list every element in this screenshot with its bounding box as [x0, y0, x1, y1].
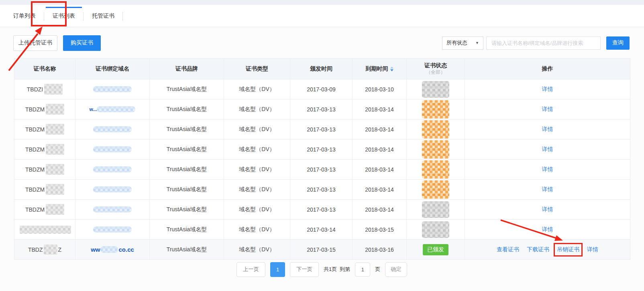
detail-link[interactable]: 详情 — [542, 86, 553, 93]
type-text: 域名型（DV） — [239, 206, 275, 213]
cert-name-cell — [14, 220, 75, 239]
issued-date-text: 2017-03-13 — [307, 186, 336, 193]
type-text: 域名型（DV） — [239, 126, 275, 133]
tab-label: 订单列表 — [13, 12, 36, 20]
detail-link[interactable]: 详情 — [542, 146, 553, 153]
type-cell: 域名型（DV） — [224, 220, 290, 239]
status-filter-all[interactable]: （全部） — [426, 69, 445, 75]
redacted-name-block — [46, 144, 64, 155]
search-input[interactable] — [486, 36, 601, 50]
domain-cell[interactable]: wwco.cc — [75, 240, 150, 259]
pagination: 上一页 1 下一页 共1页 到第 页 确定 — [14, 261, 630, 277]
tab-certificate-list[interactable]: 证书列表 — [44, 5, 84, 27]
type-cell: 域名型（DV） — [224, 240, 290, 259]
detail-link[interactable]: 详情 — [542, 226, 553, 233]
cert-name-cell: TBDZM — [14, 160, 75, 179]
goto-page-label: 到第 — [340, 266, 350, 273]
expiry-date-cell: 2018-03-16 — [353, 240, 407, 259]
status-redacted-block — [422, 140, 449, 159]
issued-date-cell: 2017-03-13 — [290, 139, 353, 159]
cert-name-text-suffix: Z — [58, 247, 62, 253]
detail-link[interactable]: 详情 — [542, 126, 553, 133]
view-cert-link[interactable]: 查看证书 — [497, 246, 519, 253]
detail-link[interactable]: 详情 — [542, 206, 553, 213]
table-row: TBDZM TrustAsia域名型 域名型（DV） 2017-03-13 20… — [14, 200, 630, 220]
detail-link[interactable]: 详情 — [542, 186, 553, 193]
type-cell: 域名型（DV） — [224, 180, 290, 199]
page-number-active[interactable]: 1 — [270, 262, 285, 277]
cert-name-text: TBDZM — [25, 186, 45, 193]
status-cell: 已颁发 — [407, 240, 465, 259]
upload-hosted-cert-button[interactable]: 上传托管证书 — [13, 35, 57, 51]
operations-cell: 详情 — [465, 139, 630, 159]
next-page-button[interactable]: 下一页 — [290, 262, 319, 277]
expiry-date-text: 2018-03-14 — [365, 186, 394, 193]
issued-date-text: 2017-03-13 — [307, 126, 336, 133]
operations-cell: 详情 — [465, 79, 630, 99]
brand-cell: TrustAsia域名型 — [150, 99, 224, 119]
cert-name-text: TBDZM — [25, 166, 45, 173]
header-issue-date: 颁发时间 — [290, 59, 353, 79]
prev-page-button[interactable]: 上一页 — [236, 262, 265, 277]
detail-link[interactable]: 详情 — [542, 166, 553, 173]
domain-text-suffix: co.cc — [118, 246, 134, 253]
domain-cell — [75, 180, 150, 199]
status-redacted-block — [422, 81, 449, 98]
tab-divider — [122, 12, 123, 21]
total-pages-text: 共1页 — [324, 266, 337, 273]
top-strip — [0, 0, 644, 5]
type-text: 域名型（DV） — [239, 146, 275, 153]
buy-cert-button[interactable]: 购买证书 — [63, 35, 101, 51]
status-cell — [407, 200, 465, 219]
sort-icon[interactable] — [390, 67, 393, 71]
redacted-domain-block — [93, 86, 132, 92]
header-cert-status: 证书状态 （全部） — [407, 59, 465, 79]
cert-name-cell: TBDZI — [14, 79, 75, 99]
redacted-domain-block — [93, 226, 132, 232]
table-row: TBDZM TrustAsia域名型 域名型（DV） 2017-03-13 20… — [14, 160, 630, 180]
cert-name-text: TBDZM — [25, 126, 45, 133]
brand-cell: TrustAsia域名型 — [150, 220, 224, 239]
brand-text: TrustAsia域名型 — [167, 186, 207, 193]
issued-date-text: 2017-03-13 — [307, 146, 336, 153]
tab-hosted-certificates[interactable]: 托管证书 — [84, 5, 123, 27]
download-cert-link[interactable]: 下载证书 — [527, 246, 549, 253]
search-button[interactable]: 查询 — [606, 36, 630, 50]
domain-text: w... — [90, 107, 97, 112]
table-row: TBDZZ wwco.cc TrustAsia域名型 域名型（DV） 2017-… — [14, 240, 630, 259]
cert-name-cell: TBDZM — [14, 99, 75, 119]
tab-bar: 订单列表 证书列表 托管证书 — [0, 5, 644, 27]
expiry-date-text: 2018-03-16 — [365, 247, 394, 253]
page-unit-label: 页 — [375, 266, 380, 273]
tab-order-list[interactable]: 订单列表 — [5, 5, 44, 27]
domain-cell — [75, 79, 150, 99]
issued-date-text: 2017-03-13 — [307, 166, 336, 173]
type-text: 域名型（DV） — [239, 246, 275, 253]
status-filter-select[interactable]: 所有状态 ▼ — [442, 36, 483, 50]
revoke-cert-link[interactable]: 吊销证书 — [557, 246, 579, 253]
cert-name-text: TBDZM — [25, 106, 45, 113]
header-cert-type: 证书类型 — [224, 59, 290, 79]
type-text: 域名型（DV） — [239, 166, 275, 173]
expiry-date-text: 2018-03-14 — [365, 166, 394, 173]
brand-text: TrustAsia域名型 — [167, 226, 207, 233]
brand-text: TrustAsia域名型 — [167, 126, 207, 133]
brand-text: TrustAsia域名型 — [167, 146, 207, 153]
goto-page-input[interactable] — [355, 263, 370, 277]
expiry-date-text: 2018-03-10 — [365, 86, 394, 93]
detail-link[interactable]: 详情 — [542, 106, 553, 113]
type-cell: 域名型（DV） — [224, 99, 290, 119]
brand-text: TrustAsia域名型 — [167, 206, 207, 213]
domain-cell — [75, 160, 150, 179]
operations-cell: 详情 — [465, 160, 630, 179]
issued-date-cell: 2017-03-13 — [290, 200, 353, 219]
issued-date-cell: 2017-03-13 — [290, 160, 353, 179]
type-text: 域名型（DV） — [239, 226, 275, 233]
table-row: TrustAsia域名型 域名型（DV） 2017-03-14 2018-03-… — [14, 220, 630, 240]
goto-confirm-button[interactable]: 确定 — [385, 262, 407, 277]
detail-link[interactable]: 详情 — [587, 246, 598, 253]
expiry-date-text: 2018-03-14 — [365, 126, 394, 133]
status-header-label: 证书状态 — [424, 62, 447, 69]
status-redacted-block — [422, 180, 449, 199]
brand-text: TrustAsia域名型 — [167, 246, 207, 253]
